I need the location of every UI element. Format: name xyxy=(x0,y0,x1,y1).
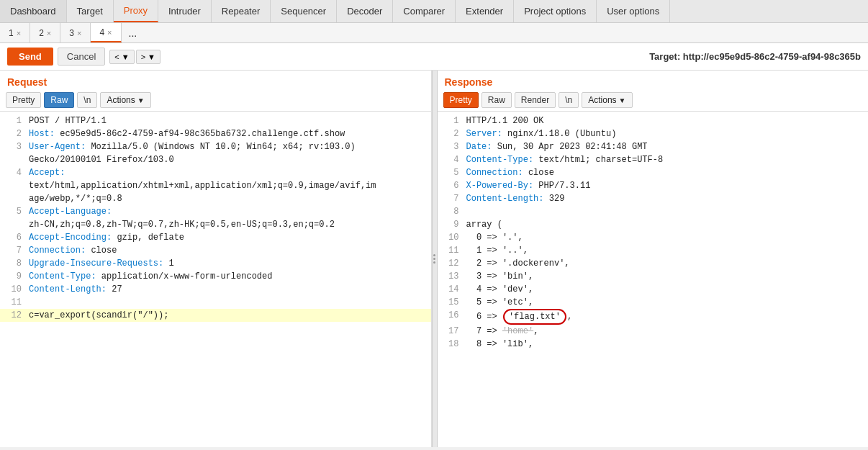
response-line-15: 15 5 => 'etc', xyxy=(438,296,869,309)
request-pane: Request Pretty Raw \n Actions ▼ 1 POST /… xyxy=(0,71,432,447)
tab-3-close[interactable]: × xyxy=(77,29,81,37)
response-panel-title: Response xyxy=(438,71,869,91)
send-button[interactable]: Send xyxy=(7,48,53,66)
response-line-12: 12 2 => '.dockerenv', xyxy=(438,257,869,270)
pane-divider[interactable] xyxy=(432,71,438,447)
response-pane-toolbar: Pretty Raw Render \n Actions ▼ xyxy=(438,91,869,112)
nav-intruder[interactable]: Intruder xyxy=(158,0,212,22)
tab-more[interactable]: ... xyxy=(122,23,145,42)
request-line-2: 2 Host: ec95e9d5-86c2-4759-af94-98c365ba… xyxy=(0,127,431,140)
response-actions-label: Actions xyxy=(588,95,616,105)
request-line-5: 5 Accept-Language: xyxy=(0,205,431,218)
nav-repeater[interactable]: Repeater xyxy=(212,0,271,22)
tab-1[interactable]: 1 × xyxy=(0,23,30,42)
nav-project-options[interactable]: Project options xyxy=(514,0,597,22)
tab-2-label: 2 xyxy=(39,28,44,38)
request-line-4: 4 Accept: xyxy=(0,166,431,179)
request-pretty-btn[interactable]: Pretty xyxy=(6,92,41,108)
tab-2[interactable]: 2 × xyxy=(30,23,60,42)
response-line-7: 7 Content-Length: 329 xyxy=(438,192,869,205)
response-actions-btn[interactable]: Actions ▼ xyxy=(582,92,632,108)
tab-1-label: 1 xyxy=(9,28,14,38)
response-line-1: 1 HTTP/1.1 200 OK xyxy=(438,114,869,127)
request-line-4b: text/html,application/xhtml+xml,applicat… xyxy=(0,179,431,192)
request-line-3: 3 User-Agent: Mozilla/5.0 (Windows NT 10… xyxy=(0,140,431,153)
request-raw-btn[interactable]: Raw xyxy=(44,92,74,108)
top-navigation: Dashboard Target Proxy Intruder Repeater… xyxy=(0,0,868,23)
tab-4-label: 4 xyxy=(99,27,104,37)
nav-proxy[interactable]: Proxy xyxy=(114,0,158,22)
cancel-button[interactable]: Cancel xyxy=(58,48,105,66)
request-line-1: 1 POST / HTTP/1.1 xyxy=(0,114,431,127)
tab-3[interactable]: 3 × xyxy=(60,23,91,42)
nav-comparer[interactable]: Comparer xyxy=(393,0,456,22)
request-line-11: 11 xyxy=(0,296,431,309)
tab-2-close[interactable]: × xyxy=(47,29,51,37)
nav-decoder[interactable]: Decoder xyxy=(337,0,393,22)
back-arrow-button[interactable]: < ▼ xyxy=(109,50,134,64)
request-panel-title: Request xyxy=(0,71,431,91)
request-line-5b: zh-CN,zh;q=0.8,zh-TW;q=0.7,zh-HK;q=0.5,e… xyxy=(0,218,431,231)
response-line-9: 9 array ( xyxy=(438,218,869,231)
response-line-2: 2 Server: nginx/1.18.0 (Ubuntu) xyxy=(438,127,869,140)
divider-dot-1 xyxy=(433,254,435,256)
request-line-3b: Gecko/20100101 Firefox/103.0 xyxy=(0,153,431,166)
main-content: Request Pretty Raw \n Actions ▼ 1 POST /… xyxy=(0,71,868,447)
tab-4[interactable]: 4 × xyxy=(91,23,121,42)
nav-target[interactable]: Target xyxy=(67,0,114,22)
response-line-4: 4 Content-Type: text/html; charset=UTF-8 xyxy=(438,153,869,166)
response-pretty-btn[interactable]: Pretty xyxy=(443,92,479,108)
response-render-btn[interactable]: Render xyxy=(515,92,556,108)
response-line-8: 8 xyxy=(438,205,869,218)
request-line-8: 8 Upgrade-Insecure-Requests: 1 xyxy=(0,257,431,270)
request-actions-label: Actions xyxy=(107,95,135,105)
divider-dot-2 xyxy=(433,258,435,260)
response-pane: Response Pretty Raw Render \n Actions ▼ … xyxy=(438,71,869,447)
response-line-13: 13 3 => 'bin', xyxy=(438,270,869,283)
nav-extender[interactable]: Extender xyxy=(456,0,514,22)
target-info: Target: http://ec95e9d5-86c2-4759-af94-9… xyxy=(649,51,861,62)
response-line-3: 3 Date: Sun, 30 Apr 2023 02:41:48 GMT xyxy=(438,140,869,153)
request-line-6: 6 Accept-Encoding: gzip, deflate xyxy=(0,231,431,244)
response-raw-btn[interactable]: Raw xyxy=(482,92,512,108)
forward-arrow-button[interactable]: > ▼ xyxy=(136,50,161,64)
request-ln-btn[interactable]: \n xyxy=(77,92,97,108)
flag-txt-circle: 'flag.txt' xyxy=(503,309,566,325)
nav-arrows-group: < ▼ > ▼ xyxy=(109,50,161,64)
response-code-area[interactable]: 1 HTTP/1.1 200 OK 2 Server: nginx/1.18.0… xyxy=(438,112,869,447)
nav-dashboard[interactable]: Dashboard xyxy=(0,0,67,22)
request-line-9: 9 Content-Type: application/x-www-form-u… xyxy=(0,270,431,283)
response-actions-arrow-icon: ▼ xyxy=(619,96,626,104)
repeater-toolbar: Send Cancel < ▼ > ▼ Target: http://ec95e… xyxy=(0,43,868,71)
request-actions-arrow-icon: ▼ xyxy=(137,96,145,104)
response-line-5: 5 Connection: close xyxy=(438,166,869,179)
response-ln-btn[interactable]: \n xyxy=(559,92,579,108)
tab-1-close[interactable]: × xyxy=(17,29,21,37)
response-line-18: 18 8 => 'lib', xyxy=(438,338,869,351)
request-line-7: 7 Connection: close xyxy=(0,244,431,257)
request-line-12: 12 c=var_export(scandir("/")); xyxy=(0,309,431,322)
request-actions-btn[interactable]: Actions ▼ xyxy=(100,92,150,108)
tab-3-label: 3 xyxy=(69,28,74,38)
tab-4-close[interactable]: × xyxy=(107,28,112,37)
nav-user-options[interactable]: User options xyxy=(597,0,670,22)
response-line-16: 16 6 => 'flag.txt', xyxy=(438,309,869,325)
nav-sequencer[interactable]: Sequencer xyxy=(271,0,337,22)
home-strikethrough: 'home' xyxy=(502,326,533,336)
request-code-area[interactable]: 1 POST / HTTP/1.1 2 Host: ec95e9d5-86c2-… xyxy=(0,112,431,447)
response-line-10: 10 0 => '.', xyxy=(438,231,869,244)
request-pane-toolbar: Pretty Raw \n Actions ▼ xyxy=(0,91,431,112)
response-line-14: 14 4 => 'dev', xyxy=(438,283,869,296)
request-line-4c: age/webp,*/*;q=0.8 xyxy=(0,192,431,205)
tab-bar: 1 × 2 × 3 × 4 × ... xyxy=(0,23,868,43)
response-line-17: 17 7 => 'home', xyxy=(438,325,869,338)
response-line-11: 11 1 => '..', xyxy=(438,244,869,257)
request-line-10: 10 Content-Length: 27 xyxy=(0,283,431,296)
divider-dot-3 xyxy=(433,261,435,264)
response-line-6: 6 X-Powered-By: PHP/7.3.11 xyxy=(438,179,869,192)
